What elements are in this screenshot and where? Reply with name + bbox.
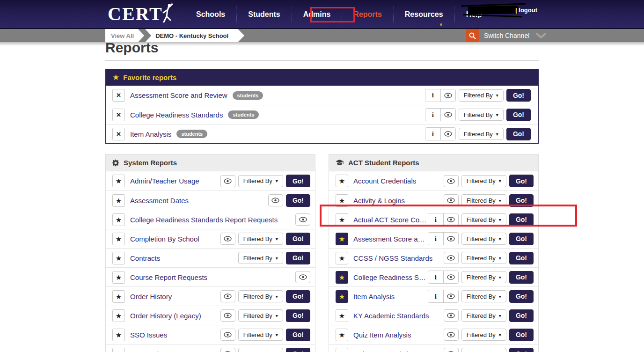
go-button[interactable]: Go! [506, 109, 531, 121]
report-link[interactable]: Quizzes Completion [353, 350, 416, 352]
preview-button[interactable] [443, 213, 458, 226]
report-link[interactable]: Item Analysis [353, 293, 395, 301]
filtered-by-dropdown[interactable]: Filtered By▾ [238, 175, 283, 187]
filtered-by-dropdown[interactable]: Filtered By▾ [461, 290, 506, 302]
filtered-by-dropdown[interactable]: Filtered By▾ [238, 252, 283, 264]
preview-button[interactable] [440, 128, 455, 140]
filtered-by-dropdown[interactable]: Filtered By▾ [461, 329, 506, 341]
report-link[interactable]: College Readiness Standards [130, 111, 223, 119]
logout-link[interactable]: | logout [515, 7, 537, 14]
report-link[interactable]: Contracts [130, 254, 160, 262]
filtered-by-dropdown[interactable]: Filtered By▾ [459, 109, 504, 121]
preview-button[interactable] [444, 252, 459, 264]
preview-button[interactable] [440, 89, 455, 102]
filtered-by-dropdown[interactable]: Filtered By▾ [238, 290, 283, 302]
info-button[interactable]: i [428, 290, 443, 302]
favorite-star-button-active[interactable]: ★ [336, 233, 348, 245]
preview-button[interactable] [444, 348, 459, 352]
go-button[interactable]: Go! [286, 194, 310, 207]
preview-button[interactable] [295, 213, 310, 226]
filtered-by-dropdown[interactable]: Filtered By▾ [461, 213, 506, 226]
report-link[interactable]: Completion By School [130, 235, 199, 243]
nav-item-reports[interactable]: Reports [342, 7, 393, 22]
go-button[interactable]: Go! [509, 175, 534, 187]
go-button[interactable]: Go! [506, 89, 531, 102]
favorite-star-button-active[interactable]: ★ [336, 271, 348, 284]
info-button[interactable]: i [428, 213, 443, 226]
preview-button[interactable] [444, 309, 459, 322]
favorite-star-button[interactable]: ★ [336, 175, 348, 187]
go-button[interactable]: Go! [509, 309, 534, 322]
remove-favorite-button[interactable]: ✕ [112, 128, 125, 140]
filtered-by-dropdown[interactable]: Filtered By▾ [461, 252, 506, 264]
report-link[interactable]: CCSS / NGSS Standards [353, 254, 432, 262]
favorite-star-button[interactable]: ★ [336, 329, 348, 341]
favorite-star-button[interactable]: ★ [112, 233, 125, 245]
filtered-by-dropdown[interactable]: Filtered By▾ [461, 175, 506, 187]
report-link[interactable]: College Readiness Standards Report Reque… [130, 216, 278, 224]
report-link[interactable]: Assessment Score and Review [130, 91, 227, 99]
nav-item-admins[interactable]: Admins [292, 7, 342, 22]
go-button[interactable]: Go! [509, 290, 534, 303]
filtered-by-dropdown[interactable]: Filtered By▾ [459, 89, 504, 102]
go-button[interactable]: Go! [286, 290, 310, 303]
go-button[interactable]: Go! [286, 348, 310, 352]
go-button[interactable]: Go! [286, 309, 310, 322]
nav-item-resources[interactable]: Resources [393, 7, 454, 22]
go-button[interactable]: Go! [509, 213, 534, 226]
favorite-star-button[interactable]: ★ [112, 309, 125, 322]
report-link[interactable]: Transactions [130, 350, 170, 352]
report-link[interactable]: Course Report Requests [130, 273, 207, 281]
report-link[interactable]: Actual ACT Score Comparison [353, 216, 428, 224]
report-link[interactable]: College Readiness Standards [353, 273, 428, 281]
filtered-by-dropdown[interactable]: Filtered By▾ [238, 309, 283, 322]
preview-button[interactable] [220, 309, 235, 322]
favorite-star-button[interactable]: ★ [336, 252, 348, 264]
remove-favorite-button[interactable]: ✕ [112, 109, 125, 121]
favorite-star-button-active[interactable]: ★ [336, 290, 348, 303]
report-link[interactable]: Order History (Legacy) [130, 312, 201, 320]
preview-button[interactable] [444, 175, 459, 187]
preview-button[interactable] [220, 175, 235, 187]
favorite-star-button[interactable]: ★ [112, 271, 125, 284]
report-link[interactable]: Quiz Item Analysis [353, 331, 411, 339]
report-link[interactable]: Activity & Logins [353, 197, 405, 205]
go-button[interactable]: Go! [506, 128, 531, 140]
report-link[interactable]: KY Academic Standards [353, 312, 429, 320]
preview-button[interactable] [444, 194, 459, 206]
report-link[interactable]: Assessment Score and Review [353, 235, 428, 243]
report-link[interactable]: SSO Issues [130, 331, 167, 339]
report-link[interactable]: Item Analysis [130, 130, 171, 138]
go-button[interactable]: Go! [509, 252, 534, 264]
go-button[interactable]: Go! [286, 175, 310, 187]
report-link[interactable]: Assessment Dates [130, 197, 189, 205]
filtered-by-dropdown[interactable]: Filtered By▾ [461, 194, 506, 206]
nav-item-students[interactable]: Students [236, 7, 291, 22]
filtered-by-dropdown[interactable]: Filtered By▾ [461, 233, 506, 245]
filtered-by-dropdown[interactable]: Filtered By▾ [238, 233, 283, 245]
filtered-by-dropdown[interactable]: Filtered By▾ [461, 348, 506, 352]
go-button[interactable]: Go! [509, 233, 534, 245]
info-button[interactable]: i [425, 109, 440, 121]
go-button[interactable]: Go! [509, 194, 534, 207]
preview-button[interactable] [220, 233, 235, 245]
favorite-star-button[interactable]: ★ [112, 348, 125, 352]
go-button[interactable]: Go! [286, 329, 310, 341]
go-button[interactable]: Go! [509, 348, 534, 352]
favorite-star-button[interactable]: ★ [112, 213, 125, 226]
favorite-star-button[interactable]: ★ [112, 329, 125, 341]
preview-button[interactable] [440, 109, 455, 121]
preview-button[interactable] [443, 271, 458, 283]
go-button[interactable]: Go! [286, 252, 310, 264]
go-button[interactable]: Go! [286, 233, 310, 245]
filtered-by-dropdown[interactable]: Filtered By▾ [459, 128, 504, 140]
preview-button[interactable] [220, 348, 235, 352]
info-button[interactable]: i [425, 89, 440, 102]
go-button[interactable]: Go! [509, 271, 534, 284]
preview-button[interactable] [220, 290, 235, 302]
filtered-by-dropdown[interactable]: Filtered By▾ [461, 271, 506, 283]
favorite-star-button[interactable]: ★ [112, 175, 125, 187]
info-button[interactable]: i [428, 233, 443, 245]
preview-button[interactable] [295, 271, 310, 283]
preview-button[interactable] [268, 194, 283, 206]
